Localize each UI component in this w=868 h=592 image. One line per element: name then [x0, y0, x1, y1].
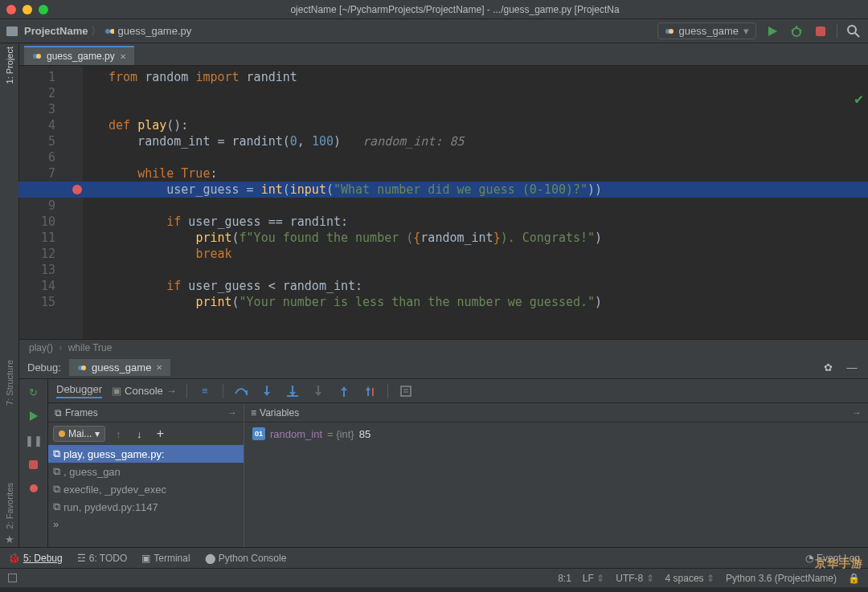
step-over-button[interactable] — [233, 383, 249, 399]
frames-more-icon[interactable]: → — [227, 407, 237, 418]
frame-icon: ⧉ — [53, 447, 60, 460]
crumb-loop[interactable]: while True — [68, 342, 113, 353]
pause-button[interactable]: ❚❚ — [26, 432, 42, 448]
breadcrumb-project[interactable]: ProjectName — [24, 25, 88, 37]
tool-windows-icon[interactable] — [8, 574, 17, 582]
structure-toolwindow-tab[interactable]: 7: Structure — [5, 357, 14, 409]
terminal-toolwindow-tab[interactable]: ▣Terminal — [141, 553, 190, 564]
debug-session-label: guess_game — [92, 361, 151, 374]
chevron-down-icon: ▾ — [743, 25, 749, 37]
bug-icon: 🐞 — [8, 553, 20, 564]
add-thread-button[interactable]: + — [152, 426, 168, 442]
window-controls — [6, 5, 48, 14]
variable-row[interactable]: 01 random_int = {int} 85 — [244, 423, 868, 445]
maximize-window-icon[interactable] — [39, 5, 48, 14]
resume-button[interactable] — [26, 408, 42, 424]
frame-item[interactable]: ⧉ execfile, _pydev_exec — [48, 480, 244, 498]
bottom-tool-tabs: 🐞5: Debug ☲6: TODO ▣Terminal ⬤Python Con… — [0, 547, 868, 568]
structure-breadcrumb: play() › while True — [19, 339, 868, 357]
evaluate-expression-button[interactable] — [398, 383, 414, 399]
step-into-button[interactable] — [259, 383, 275, 399]
svg-line-10 — [855, 33, 859, 37]
step-out-button[interactable] — [336, 383, 352, 399]
breakpoint-icon[interactable] — [72, 185, 82, 194]
editor-tab[interactable]: guess_game.py ✕ — [24, 46, 134, 65]
minimize-panel-icon[interactable]: — — [844, 360, 860, 376]
debug-title: Debug: — [27, 361, 61, 374]
rerun-button[interactable]: ↻ — [26, 384, 42, 400]
crumb-fn[interactable]: play() — [29, 342, 53, 353]
project-toolwindow-tab[interactable]: 1: Project — [5, 43, 14, 87]
python-console-toolwindow-tab[interactable]: ⬤Python Console — [205, 553, 287, 564]
frame-item[interactable]: ⧉ play, guess_game.py: — [48, 445, 244, 463]
debug-toolbar: Debugger ▣Console→ ≡ — [48, 379, 868, 403]
line-separator[interactable]: LF ⇕ — [583, 573, 604, 584]
title-bar: ojectName [~/PycharmProjects/ProjectName… — [0, 0, 868, 19]
show-execution-point-button[interactable]: ≡ — [197, 383, 213, 399]
close-window-icon[interactable] — [6, 5, 16, 14]
frame-item[interactable]: ⧉ run, pydevd.py:1147 — [48, 498, 244, 516]
favorites-toolwindow-tab[interactable]: 2: Favorites — [5, 480, 14, 532]
log-icon: ◔ — [805, 553, 813, 564]
editor-tabs: guess_game.py ✕ — [19, 43, 868, 66]
variables-list[interactable]: 01 random_int = {int} 85 — [244, 423, 868, 445]
frame-item[interactable]: ⧉ , guess_gan — [48, 463, 244, 480]
search-icon[interactable] — [845, 23, 862, 39]
stop-button[interactable] — [813, 23, 829, 39]
thread-name: Mai... — [68, 428, 92, 439]
force-step-into-button[interactable] — [310, 383, 326, 399]
run-to-cursor-button[interactable] — [362, 383, 378, 399]
step-into-my-code-button[interactable] — [285, 383, 301, 399]
svg-point-1 — [110, 29, 114, 34]
left-tool-strip-lower: 7: Structure 2: Favorites ★ — [0, 357, 19, 547]
settings-icon[interactable]: ✿ — [820, 360, 836, 376]
python-file-icon — [104, 27, 114, 36]
view-breakpoints-button[interactable] — [26, 480, 42, 496]
svg-line-7 — [792, 30, 793, 31]
line-number-gutter: 123456789101112131415 — [19, 66, 63, 339]
svg-point-14 — [81, 365, 86, 370]
debugger-tab[interactable]: Debugger — [56, 383, 102, 398]
console-tab[interactable]: ▣Console→ — [112, 385, 177, 397]
debug-button[interactable] — [788, 23, 805, 39]
prev-frame-button[interactable]: ↑ — [110, 426, 126, 442]
python-icon — [665, 27, 674, 36]
close-icon[interactable]: ✕ — [120, 52, 126, 61]
status-bar: 8:1 LF ⇕ UTF-8 ⇕ 4 spaces ⇕ Python 3.6 (… — [0, 568, 868, 587]
watermark: 京华手游 — [815, 557, 863, 571]
stop-debug-button[interactable] — [26, 456, 42, 472]
run-config-name: guess_game — [679, 25, 739, 37]
chevron-down-icon: ▾ — [95, 428, 100, 439]
variables-more-icon[interactable]: → — [852, 407, 862, 418]
debug-toolwindow-tab[interactable]: 🐞5: Debug — [8, 553, 63, 564]
lock-icon[interactable]: 🔒 — [848, 573, 860, 584]
frames-list[interactable]: ⧉ play, guess_game.py:⧉ , guess_gan⧉ exe… — [48, 445, 244, 547]
window-title: ojectName [~/PycharmProjects/ProjectName… — [48, 4, 862, 15]
minimize-window-icon[interactable] — [23, 5, 32, 14]
svg-line-8 — [800, 30, 801, 31]
star-icon: ★ — [5, 532, 14, 547]
frames-panel: ⧉ Frames → Mai... ▾ ↑ — [48, 403, 244, 547]
file-encoding[interactable]: UTF-8 ⇕ — [616, 573, 653, 584]
caret-position[interactable]: 8:1 — [558, 573, 571, 584]
variables-header: Variables — [260, 407, 299, 418]
int-type-icon: 01 — [252, 427, 265, 440]
svg-marker-4 — [768, 27, 777, 36]
breadcrumb: ProjectName 〉 guess_game.py — [6, 24, 191, 39]
thread-selector[interactable]: Mai... ▾ — [53, 426, 105, 442]
run-configuration-selector[interactable]: guess_game ▾ — [657, 22, 756, 39]
code-editor[interactable]: ✔ 123456789101112131415 from random impo… — [19, 66, 868, 339]
frame-icon: ⧉ — [53, 483, 60, 496]
thread-status-icon — [59, 431, 65, 437]
todo-toolwindow-tab[interactable]: ☲6: TODO — [77, 553, 128, 564]
debug-session-tab[interactable]: guess_game ✕ — [69, 359, 170, 376]
python-file-icon — [32, 51, 42, 61]
breadcrumb-file[interactable]: guess_game.py — [117, 25, 191, 37]
svg-point-9 — [848, 26, 856, 34]
run-button[interactable] — [764, 23, 780, 39]
indent-setting[interactable]: 4 spaces ⇕ — [665, 573, 714, 584]
next-frame-button[interactable]: ↓ — [131, 426, 147, 442]
svg-point-0 — [105, 29, 110, 34]
close-icon[interactable]: ✕ — [156, 363, 162, 372]
python-interpreter[interactable]: Python 3.6 (ProjectName) — [726, 573, 837, 584]
